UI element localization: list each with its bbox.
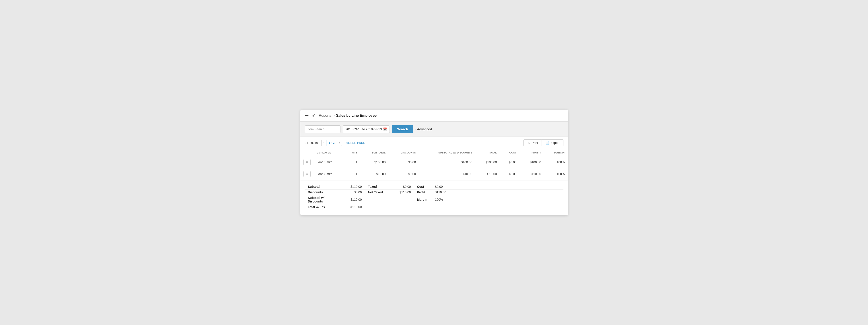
col-cost: COST: [500, 149, 520, 156]
summary-col1-label: Subtotal w/ Discounts: [305, 195, 340, 204]
advanced-link[interactable]: › Advanced: [415, 127, 432, 131]
summary-empty: [454, 204, 563, 210]
summary-col1-value: $110.00: [340, 195, 365, 204]
per-page[interactable]: 15 PER PAGE: [346, 141, 365, 144]
pagination: ‹ 1 - 2 ›: [321, 140, 342, 146]
table-row: 👁 Jane Smith 1 $100.00 $0.00 $100.00 $10…: [300, 156, 568, 168]
results-table: EMPLOYEE QTY SUBTOTAL DISCOUNTS SUBTOTAL…: [300, 149, 568, 180]
date-range-input[interactable]: 2018-09-13 to 2018-09-13 📅: [343, 125, 390, 133]
breadcrumb: Reports > Sales by Line Employee: [319, 113, 377, 118]
export-label: Export: [551, 141, 559, 144]
calendar-icon: 📅: [383, 127, 387, 131]
date-range-value: 2018-09-13 to 2018-09-13: [346, 127, 382, 131]
summary-col1-value: $110.00: [340, 204, 365, 210]
summary-col2-label: Not Taxed: [365, 190, 392, 195]
view-button[interactable]: 👁: [304, 171, 311, 177]
summary-col3-value: $0.00: [432, 184, 454, 190]
subtotal-cell: $100.00: [361, 156, 389, 168]
col-eye: [300, 149, 314, 156]
col-discounts: DISCOUNTS: [389, 149, 419, 156]
col-profit: PROFIT: [520, 149, 544, 156]
table-wrap: EMPLOYEE QTY SUBTOTAL DISCOUNTS SUBTOTAL…: [300, 149, 568, 215]
summary-col3-label: Cost: [414, 184, 432, 190]
advanced-label: Advanced: [417, 127, 432, 131]
discounts-cell: $0.00: [389, 156, 419, 168]
summary-col1-label: Subtotal: [305, 184, 340, 190]
print-button[interactable]: 🖨 Print: [523, 139, 542, 146]
table-row: 👁 John Smith 1 $10.00 $0.00 $10.00 $10.0…: [300, 168, 568, 180]
print-label: Print: [531, 141, 538, 144]
breadcrumb-sep: >: [333, 113, 335, 118]
main-card: ☰ ✔ Reports > Sales by Line Employee 201…: [300, 110, 568, 215]
total-cell: $100.00: [475, 156, 500, 168]
summary-row: Subtotal $110.00 Taxed $0.00 Cost $0.00: [305, 184, 563, 190]
subtotal-w-discounts-cell: $10.00: [419, 168, 475, 180]
employee-cell: John Smith: [314, 168, 344, 180]
results-actions: 🖨 Print 📄 Export: [523, 139, 563, 146]
logo-icon: ✔: [312, 113, 316, 118]
summary-col1-value: $0.00: [340, 190, 365, 195]
col-subtotal: SUBTOTAL: [361, 149, 389, 156]
summary-section: Subtotal $110.00 Taxed $0.00 Cost $0.00 …: [300, 180, 568, 211]
eye-cell: 👁: [300, 156, 314, 168]
page-prev-button[interactable]: ‹: [321, 140, 326, 146]
export-button[interactable]: 📄 Export: [542, 139, 563, 146]
page-next-button[interactable]: ›: [337, 140, 342, 146]
col-subtotal-w-discounts: SUBTOTAL W/ DISCOUNTS: [419, 149, 475, 156]
hamburger-icon[interactable]: ☰: [305, 113, 309, 118]
summary-row: Discounts $0.00 Not Taxed $110.00 Profit…: [305, 190, 563, 195]
breadcrumb-current: Sales by Line Employee: [336, 113, 377, 118]
employee-cell: Jane Smith: [314, 156, 344, 168]
summary-row: Total w/ Tax $110.00: [305, 204, 563, 210]
summary-col2-value: [392, 195, 414, 204]
summary-col2-label: [365, 204, 392, 210]
qty-cell: 1: [344, 156, 361, 168]
table-header-row: EMPLOYEE QTY SUBTOTAL DISCOUNTS SUBTOTAL…: [300, 149, 568, 156]
eye-cell: 👁: [300, 168, 314, 180]
col-qty: QTY: [344, 149, 361, 156]
page-current: 1 - 2: [326, 140, 337, 146]
summary-empty: [454, 184, 563, 190]
summary-col3-value: [432, 204, 454, 210]
summary-col1-label: Discounts: [305, 190, 340, 195]
summary-col3-value: 100%: [432, 195, 454, 204]
summary-col3-label: [414, 204, 432, 210]
view-button[interactable]: 👁: [304, 159, 311, 165]
col-margin: MARGIN: [544, 149, 568, 156]
summary-row: Subtotal w/ Discounts $110.00 Margin 100…: [305, 195, 563, 204]
margin-cell: 100%: [544, 156, 568, 168]
results-count: 2 Results: [305, 141, 318, 144]
summary-col2-label: Taxed: [365, 184, 392, 190]
profit-cell: $100.00: [520, 156, 544, 168]
summary-empty: [454, 190, 563, 195]
cost-cell: $0.00: [500, 168, 520, 180]
breadcrumb-reports[interactable]: Reports: [319, 113, 331, 118]
cost-cell: $0.00: [500, 156, 520, 168]
summary-table: Subtotal $110.00 Taxed $0.00 Cost $0.00 …: [305, 184, 563, 210]
summary-col1-value: $110.00: [340, 184, 365, 190]
search-bar: 2018-09-13 to 2018-09-13 📅 Search › Adva…: [300, 122, 568, 137]
subtotal-w-discounts-cell: $100.00: [419, 156, 475, 168]
qty-cell: 1: [344, 168, 361, 180]
summary-col3-label: Profit: [414, 190, 432, 195]
summary-col2-value: $110.00: [392, 190, 414, 195]
search-input[interactable]: [305, 125, 340, 133]
summary-col2-value: [392, 204, 414, 210]
summary-col1-label: Total w/ Tax: [305, 204, 340, 210]
summary-col3-value: $110.00: [432, 190, 454, 195]
summary-col3-label: Margin: [414, 195, 432, 204]
summary-col2-label: [365, 195, 392, 204]
header: ☰ ✔ Reports > Sales by Line Employee: [300, 110, 568, 122]
summary-empty: [454, 195, 563, 204]
col-employee: EMPLOYEE: [314, 149, 344, 156]
search-button[interactable]: Search: [392, 125, 413, 133]
results-bar: 2 Results ‹ 1 - 2 › 15 PER PAGE 🖨 Print …: [300, 137, 568, 149]
col-total: TOTAL: [475, 149, 500, 156]
print-icon: 🖨: [527, 141, 530, 144]
margin-cell: 100%: [544, 168, 568, 180]
subtotal-cell: $10.00: [361, 168, 389, 180]
total-cell: $10.00: [475, 168, 500, 180]
profit-cell: $10.00: [520, 168, 544, 180]
export-icon: 📄: [546, 141, 549, 144]
chevron-icon: ›: [415, 127, 416, 131]
